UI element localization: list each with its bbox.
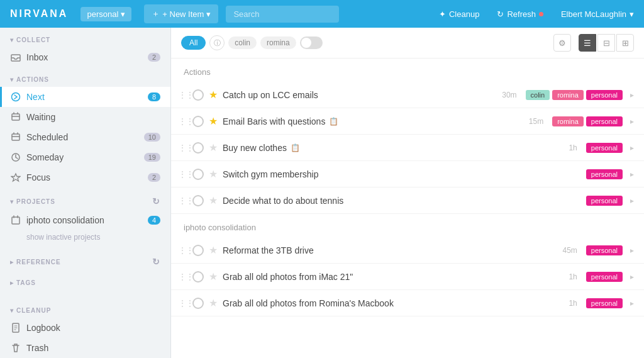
waiting-icon <box>10 111 21 123</box>
sidebar-item-waiting[interactable]: Waiting <box>0 107 170 127</box>
task-row: ⋮⋮ ★ Decide what to do about tennis pers… <box>171 187 644 214</box>
sidebar-item-someday[interactable]: Someday 19 <box>0 147 170 167</box>
drag-handle[interactable]: ⋮⋮ <box>179 196 187 205</box>
task-time: 30m <box>502 91 516 99</box>
project-icon <box>10 215 21 226</box>
task-checkbox[interactable] <box>192 195 204 206</box>
app-logo: NIRVANA <box>10 8 68 20</box>
task-row: ⋮⋮ ★ Catch up on LCC emails 30m colin ro… <box>171 82 644 108</box>
logbook-icon <box>10 322 21 333</box>
arrow-icon: ▸ <box>10 259 14 266</box>
task-row: ⋮⋮ ★ Reformat the 3TB drive 45m personal… <box>171 237 644 264</box>
drag-handle[interactable]: ⋮⋮ <box>179 246 187 255</box>
task-menu-button[interactable]: ▸ <box>628 245 636 256</box>
tag-personal[interactable]: personal <box>586 245 623 255</box>
drag-handle[interactable]: ⋮⋮ <box>179 299 187 308</box>
tag-personal[interactable]: personal <box>586 90 623 100</box>
svg-point-1 <box>12 93 20 101</box>
filter-all[interactable]: All <box>181 36 206 50</box>
tag-romina[interactable]: romina <box>552 90 584 100</box>
sidebar-item-focus[interactable]: Focus 2 <box>0 167 170 187</box>
task-menu-button[interactable]: ▸ <box>628 298 636 309</box>
task-checkbox[interactable] <box>192 245 204 256</box>
task-menu-button[interactable]: ▸ <box>628 142 636 154</box>
projects-refresh-icon[interactable]: ↻ <box>152 196 160 206</box>
tag-personal[interactable]: personal <box>586 143 623 153</box>
task-star[interactable]: ★ <box>209 142 218 154</box>
task-tags: personal <box>586 143 623 153</box>
view-list-button[interactable]: ☰ <box>579 34 596 52</box>
sidebar-item-trash[interactable]: Trash <box>0 338 170 358</box>
task-menu-button[interactable]: ▸ <box>628 195 636 206</box>
sidebar-item-logbook[interactable]: Logbook <box>0 318 170 338</box>
tag-personal[interactable]: personal <box>586 298 623 308</box>
filter-colin[interactable]: colin <box>228 36 257 49</box>
drag-handle[interactable]: ⋮⋮ <box>179 117 187 126</box>
task-star[interactable]: ★ <box>209 115 218 127</box>
search-input[interactable] <box>226 6 339 23</box>
task-star[interactable]: ★ <box>209 297 218 309</box>
chevron-down-icon: ▾ <box>206 9 211 19</box>
task-star[interactable]: ★ <box>209 194 218 206</box>
task-tags: romina personal <box>552 116 623 126</box>
task-checkbox[interactable] <box>192 298 204 309</box>
task-label: Catch up on LCC emails <box>223 90 497 100</box>
settings-icon[interactable]: ⚙ <box>553 34 571 52</box>
task-star[interactable]: ★ <box>209 244 218 256</box>
trash-icon <box>10 342 21 354</box>
task-menu-button[interactable]: ▸ <box>628 89 636 101</box>
context-switcher[interactable]: personal ▾ <box>80 7 131 21</box>
user-menu[interactable]: Elbert McLaughlin ▾ <box>561 9 634 19</box>
task-checkbox[interactable] <box>192 169 204 180</box>
task-tags: personal <box>586 245 623 255</box>
task-label: Email Baris with questions 📋 <box>223 116 524 126</box>
reference-refresh-icon: ↻ <box>152 257 160 267</box>
task-time: 15m <box>529 117 543 126</box>
task-star[interactable]: ★ <box>209 271 218 282</box>
task-menu-button[interactable]: ▸ <box>628 271 636 282</box>
task-checkbox[interactable] <box>192 142 204 154</box>
task-checkbox[interactable] <box>192 89 204 101</box>
task-star[interactable]: ★ <box>209 168 218 180</box>
cleanup-button[interactable]: ✦ Cleanup <box>439 9 479 19</box>
view-grid-button[interactable]: ⊞ <box>616 34 634 52</box>
refresh-dot <box>539 12 543 16</box>
task-menu-button[interactable]: ▸ <box>628 169 636 180</box>
sidebar-item-scheduled[interactable]: Scheduled 10 <box>0 127 170 147</box>
reference-section-label: ▸ REFERENCE ↻ <box>0 248 170 271</box>
task-time: 1h <box>569 143 577 152</box>
view-split-button[interactable]: ⊟ <box>597 34 615 52</box>
refresh-button[interactable]: ↻ Refresh <box>497 9 543 19</box>
inbox-icon <box>10 52 21 63</box>
show-inactive-projects[interactable]: show inactive projects <box>0 230 170 248</box>
filter-romina[interactable]: romina <box>260 36 296 49</box>
tag-colin[interactable]: colin <box>526 90 550 100</box>
sidebar-item-iphoto[interactable]: iphoto consolidation 4 <box>0 210 170 230</box>
tag-personal[interactable]: personal <box>586 272 623 282</box>
filter-info[interactable]: ⓘ <box>209 35 225 50</box>
arrow-icon: ▸ <box>10 279 14 286</box>
task-checkbox[interactable] <box>192 116 204 127</box>
tag-personal[interactable]: personal <box>586 169 623 179</box>
drag-handle[interactable]: ⋮⋮ <box>179 143 187 152</box>
focus-toggle[interactable] <box>300 36 323 49</box>
sidebar-item-inbox[interactable]: Inbox 2 <box>0 47 170 67</box>
sidebar-item-next[interactable]: Next 8 <box>0 87 170 107</box>
tag-personal[interactable]: personal <box>586 116 623 126</box>
task-time: 1h <box>569 299 577 308</box>
chevron-down-icon: ▾ <box>121 9 125 19</box>
task-checkbox[interactable] <box>192 271 204 282</box>
drag-handle[interactable]: ⋮⋮ <box>179 91 187 99</box>
tag-romina[interactable]: romina <box>552 116 584 126</box>
task-label: Switch gym membership <box>223 169 581 179</box>
tag-personal[interactable]: personal <box>586 196 623 206</box>
arrow-icon: ▾ <box>10 36 14 43</box>
tags-section-label: ▸ TAGS <box>0 271 170 290</box>
next-icon <box>10 91 21 103</box>
drag-handle[interactable]: ⋮⋮ <box>179 272 187 281</box>
task-menu-button[interactable]: ▸ <box>628 116 636 127</box>
task-star[interactable]: ★ <box>209 89 218 101</box>
task-time: 1h <box>569 272 577 281</box>
new-item-button[interactable]: ＋ + New Item ▾ <box>144 4 218 23</box>
drag-handle[interactable]: ⋮⋮ <box>179 170 187 179</box>
